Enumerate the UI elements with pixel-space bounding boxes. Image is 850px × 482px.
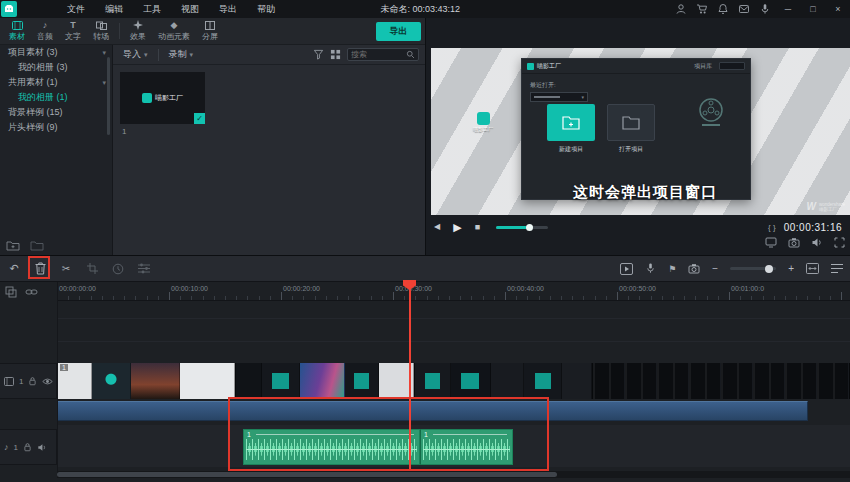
video-clip[interactable]: [236, 363, 415, 399]
menu-tools[interactable]: 工具: [133, 0, 171, 18]
grid-view-icon[interactable]: [330, 49, 341, 60]
tab-splitscreen[interactable]: 分屏: [196, 19, 224, 43]
zoom-fit-icon[interactable]: [806, 263, 819, 274]
search-icon: [406, 50, 415, 59]
brand-logo-icon: [142, 93, 152, 103]
dialog-brand: 喵影工厂: [537, 62, 561, 71]
sidebar-scrollbar[interactable]: [107, 57, 110, 135]
timeline-zoom-slider[interactable]: [730, 267, 776, 270]
library-item-background-samples[interactable]: 背景样例 (15): [0, 105, 112, 120]
tab-audio[interactable]: ♪ 音频: [31, 19, 59, 43]
volume-slider-knob[interactable]: [526, 224, 533, 231]
clip-thumbnail: [92, 363, 131, 399]
play-button[interactable]: ▶: [453, 218, 461, 236]
menu-list: 文件 编辑 工具 视图 导出 帮助: [57, 0, 285, 18]
zoom-slider-knob[interactable]: [765, 265, 773, 273]
preview-video-frame[interactable]: 喵影工厂 喵影工厂 项目库 最近打开: ▾: [431, 48, 850, 215]
search-input[interactable]: [351, 50, 406, 59]
chevron-down-icon[interactable]: ▾: [102, 75, 106, 90]
audio-track-icon: ♪: [4, 442, 9, 452]
clip-thumbnail: [180, 363, 235, 399]
eye-icon[interactable]: [42, 377, 53, 386]
new-project-label: 新建项目: [547, 145, 595, 154]
filter-icon[interactable]: [313, 49, 324, 60]
volume-slider[interactable]: [496, 226, 548, 229]
zoom-out-icon[interactable]: −: [712, 263, 718, 274]
fullscreen-icon[interactable]: [834, 237, 845, 248]
timeline-ruler[interactable]: 00:00:00:00 00:00:10:00 00:00:20:00 00:0…: [57, 282, 850, 301]
tab-effects[interactable]: 效果: [124, 19, 152, 43]
render-preview-icon[interactable]: [620, 263, 633, 275]
library-item-intro-samples[interactable]: 片头样例 (9): [0, 120, 112, 135]
timeline-horizontal-scrollbar[interactable]: [57, 471, 850, 478]
video-clip[interactable]: [57, 363, 236, 399]
scrollbar-handle[interactable]: [57, 472, 557, 477]
search-box[interactable]: [347, 48, 419, 61]
lock-icon[interactable]: [28, 376, 37, 386]
library-item-my-album-project[interactable]: 我的相册 (3): [0, 60, 112, 75]
mark-in-out-icon[interactable]: { }: [768, 223, 776, 232]
library-item-shared-media[interactable]: 共用素材 (1) ▾: [0, 75, 112, 90]
annotation-box-audio-clip: [228, 397, 549, 471]
video-clip[interactable]: [415, 363, 593, 399]
speed-icon[interactable]: [111, 261, 125, 276]
mail-icon[interactable]: [738, 3, 750, 15]
snapshot-camera-icon[interactable]: [788, 237, 800, 248]
voiceover-mic-icon[interactable]: [645, 262, 656, 275]
tab-media[interactable]: 素材: [3, 19, 31, 43]
user-icon[interactable]: [675, 3, 687, 15]
maximize-button[interactable]: □: [805, 0, 821, 18]
crop-icon[interactable]: [85, 261, 99, 276]
chevron-down-icon: ▾: [190, 51, 194, 59]
close-button[interactable]: ×: [830, 0, 846, 18]
display-settings-icon[interactable]: [765, 237, 777, 248]
marker-icon[interactable]: ⚑: [668, 264, 676, 274]
media-thumbnail[interactable]: 喵影工厂 ✓: [120, 72, 205, 124]
export-button[interactable]: 导出: [376, 22, 421, 41]
link-icon[interactable]: [25, 286, 38, 298]
library-item-project-media[interactable]: 项目素材 (3) ▾: [0, 45, 112, 60]
tab-elements[interactable]: ◆ 动画元素: [152, 19, 196, 43]
cart-icon[interactable]: [696, 3, 708, 15]
menu-view[interactable]: 视图: [171, 0, 209, 18]
thumbnail-brand: 喵影工厂: [142, 93, 183, 103]
mute-speaker-icon[interactable]: [37, 443, 47, 452]
library-item-label: 片头样例 (9): [8, 122, 58, 132]
timeline-toolbar-right: ⚑ − +: [620, 262, 843, 275]
sidebar-folder-actions: [6, 240, 44, 251]
app-window: 文件 编辑 工具 视图 导出 帮助 未命名: 00:03:43:12 ─ □ ×…: [0, 0, 850, 482]
lock-icon[interactable]: [23, 442, 32, 452]
tab-label: 音频: [37, 31, 53, 42]
record-button[interactable]: 录制 ▾: [165, 48, 198, 61]
stop-button[interactable]: ■: [475, 218, 480, 236]
mic-icon[interactable]: [759, 3, 771, 15]
adjust-icon[interactable]: [137, 261, 151, 276]
delete-folder-icon[interactable]: [30, 240, 44, 251]
menu-export[interactable]: 导出: [209, 0, 247, 18]
minimize-button[interactable]: ─: [780, 0, 796, 18]
manage-tracks-icon[interactable]: [5, 286, 17, 298]
audio-track-header: ♪ 1: [0, 429, 57, 465]
tab-transition[interactable]: 转场: [87, 19, 115, 43]
menu-help[interactable]: 帮助: [247, 0, 285, 18]
clip-thumbnail: [345, 363, 379, 399]
library-item-my-album-shared[interactable]: 我的相册 (1): [0, 90, 112, 105]
track-manager-icon[interactable]: [831, 263, 843, 274]
chevron-down-icon[interactable]: ▾: [102, 45, 106, 60]
video-track-icon: [4, 377, 14, 386]
previous-frame-button[interactable]: ◀: [434, 218, 440, 236]
new-folder-icon[interactable]: [6, 240, 20, 251]
speaker-icon[interactable]: [811, 237, 823, 248]
bell-icon[interactable]: [717, 3, 729, 15]
menu-edit[interactable]: 编辑: [95, 0, 133, 18]
undo-icon[interactable]: ↶: [7, 261, 21, 276]
desktop-shortcut-icon: 喵影工厂: [461, 112, 505, 132]
video-clip[interactable]: [593, 363, 850, 399]
split-icon[interactable]: ✂: [59, 261, 73, 276]
import-button[interactable]: 导入 ▾: [119, 48, 152, 61]
menu-file[interactable]: 文件: [57, 0, 95, 18]
tab-text[interactable]: T 文字: [59, 19, 87, 43]
export-frame-icon[interactable]: [688, 263, 700, 274]
brand-text: 喵影工厂: [155, 93, 183, 103]
zoom-in-icon[interactable]: +: [788, 263, 794, 274]
